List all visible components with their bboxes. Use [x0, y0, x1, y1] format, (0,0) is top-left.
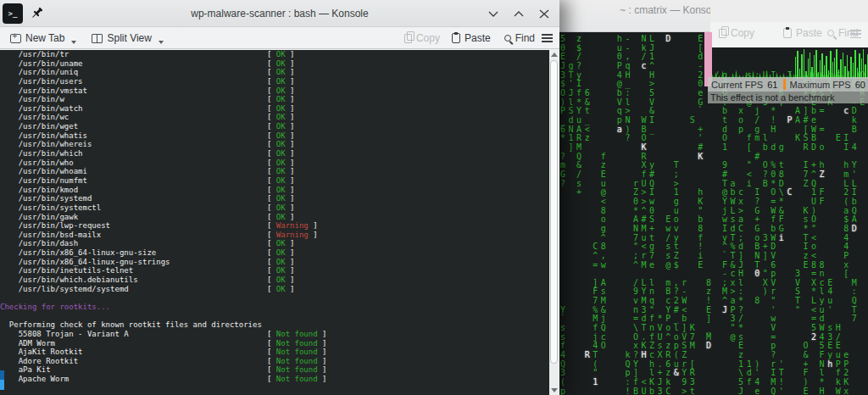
- close-button[interactable]: [537, 8, 551, 24]
- menu-icon: [850, 30, 861, 38]
- minimize-button[interactable]: [487, 8, 500, 24]
- fps-current-label: Current FPS: [711, 80, 763, 90]
- menu-icon[interactable]: [542, 34, 553, 42]
- scroll-down-icon[interactable]: [551, 388, 558, 392]
- chevron-down-icon[interactable]: [71, 41, 76, 44]
- terminal-line: Apache Worm[ Not found ]: [0, 375, 549, 384]
- status-badge: [ Not found ]: [267, 375, 326, 384]
- terminal-line: /usr/bin/lwp-request[ Warning ]: [0, 221, 549, 231]
- status-badge: [ Not found ]: [267, 357, 326, 366]
- terminal-line: aPa Kit[ Not found ]: [0, 365, 549, 375]
- status-badge: [ Warning ]: [267, 221, 318, 231]
- status-badge: [ OK ]: [267, 248, 295, 258]
- fps-current-value: 61: [767, 80, 777, 90]
- terminal-line: /usr/bin/uname[ OK ]: [0, 59, 549, 69]
- status-badge: [ Not found ]: [267, 365, 326, 375]
- terminal-line: /usr/bin/dash[ OK ]: [0, 239, 549, 248]
- status-badge: [ OK ]: [267, 159, 295, 168]
- status-badge: [ OK ]: [267, 140, 295, 149]
- scrollbar-thumb[interactable]: [550, 60, 558, 364]
- status-badge: [ Not found ]: [267, 330, 326, 339]
- status-badge: [ OK ]: [267, 194, 295, 203]
- scanner-terminal[interactable]: /usr/bin/tr[ OK ] /usr/bin/uname[ OK ] /…: [0, 50, 549, 395]
- find-label: Find: [515, 32, 535, 44]
- terminal-line: [0, 312, 549, 321]
- scanner-titlebar[interactable]: >_ wp-malware-scanner : bash — Konsole: [0, 0, 559, 27]
- fps-benchmark-note: This effect is not a benchmark: [708, 92, 868, 103]
- copy-button: Copy: [401, 32, 443, 44]
- fps-max-value: 60: [855, 80, 865, 90]
- maximize-button[interactable]: [512, 8, 526, 24]
- status-badge: [ OK ]: [267, 167, 295, 176]
- split-view-icon: [92, 34, 103, 43]
- terminal-line: /usr/bin/x86_64-linux-gnu-size[ OK ]: [0, 248, 549, 258]
- terminal-line: /usr/bin/whereis[ OK ]: [0, 140, 549, 149]
- search-icon: [827, 30, 834, 36]
- status-badge: [ OK ]: [267, 285, 295, 294]
- terminal-line: /usr/bin/wc[ OK ]: [0, 113, 549, 122]
- chevron-down-icon[interactable]: [159, 41, 164, 44]
- cmatrix-terminal[interactable]: 5zh-NLDE&0$u-kJ['E/0,/1d@Jg?Pqc^-h3Ty4HH…: [558, 32, 868, 395]
- search-icon: [504, 35, 511, 42]
- terminal-line: ADM Worm[ Not found ]: [0, 339, 549, 348]
- status-badge: [ OK ]: [267, 266, 295, 275]
- terminal-line: /usr/bin/x86_64-linux-gnu-strings[ OK ]: [0, 258, 549, 267]
- terminal-line: /usr/bin/whoami[ OK ]: [0, 167, 549, 176]
- status-badge: [ OK ]: [267, 68, 295, 77]
- status-badge: [ Warning ]: [267, 231, 318, 240]
- new-tab-label: New Tab: [25, 32, 64, 44]
- terminal-line: Adore Rootkit[ Not found ]: [0, 357, 549, 366]
- fps-meter: Current FPS 61 Maximum FPS 60: [708, 77, 868, 92]
- find-button[interactable]: Find: [501, 32, 538, 44]
- konsole-app-icon[interactable]: >_: [3, 3, 23, 24]
- terminal-line: Checking for rootkits...: [0, 303, 549, 312]
- status-badge: [ OK ]: [267, 50, 295, 59]
- stale-toolbar-region: Copy Paste Find: [710, 0, 868, 47]
- terminal-line: /usr/bin/who[ OK ]: [0, 159, 549, 168]
- status-badge: [ OK ]: [267, 213, 295, 222]
- split-view-button[interactable]: Split View: [88, 32, 166, 44]
- status-badge: [ OK ]: [267, 122, 295, 131]
- terminal-line: /usr/lib/systemd/systemd[ OK ]: [0, 285, 549, 294]
- scanner-window: >_ wp-malware-scanner : bash — Konsole: [0, 0, 559, 395]
- scroll-up-icon[interactable]: [551, 53, 558, 57]
- status-badge: [ OK ]: [267, 104, 295, 114]
- status-badge: [ OK ]: [267, 77, 295, 86]
- terminal-line: /usr/bin/wget[ OK ]: [0, 122, 549, 131]
- copy-label: Copy: [416, 32, 440, 44]
- status-badge: [ OK ]: [267, 203, 295, 213]
- split-view-label: Split View: [107, 32, 151, 44]
- terminal-line: /usr/bin/whatis[ OK ]: [0, 131, 549, 141]
- status-badge: [ OK ]: [267, 258, 295, 267]
- paste-icon: [783, 28, 792, 38]
- status-badge: [ OK ]: [267, 275, 295, 285]
- terminal-line: /usr/bin/bsd-mailx[ Warning ]: [0, 231, 549, 240]
- scanner-window-title: wp-malware-scanner : bash — Konsole: [110, 8, 449, 19]
- new-tab-icon: [10, 34, 21, 43]
- terminal-line: /usr/bin/which.debianutils[ OK ]: [0, 275, 549, 285]
- paste-button-ghost: Paste: [783, 27, 822, 39]
- terminal-line: 55808 Trojan - Variant A[ Not found ]: [0, 330, 549, 339]
- scrollbar[interactable]: [549, 50, 559, 395]
- terminal-line: /usr/bin/kmod[ OK ]: [0, 186, 549, 195]
- paste-label: Paste: [796, 27, 822, 39]
- terminal-line: /usr/bin/numfmt[ OK ]: [0, 176, 549, 186]
- paste-icon: [452, 33, 460, 43]
- terminal-line: AjaKit Rootkit[ Not found ]: [0, 348, 549, 357]
- status-badge: [ OK ]: [267, 131, 295, 141]
- fps-bar-graph: [795, 47, 868, 79]
- status-badge: [ OK ]: [267, 186, 295, 195]
- cmatrix-window: ~ : cmatrix — Konsole 5zh-NLDE&0$u-kJ['E…: [558, 0, 868, 395]
- pin-icon[interactable]: [30, 6, 44, 20]
- new-tab-button[interactable]: New Tab: [7, 32, 80, 44]
- terminal-line: /usr/bin/systemd[ OK ]: [0, 194, 549, 203]
- status-badge: [ OK ]: [267, 95, 295, 104]
- panel-edge-indicator[interactable]: [0, 370, 4, 390]
- scanner-toolbar: New Tab Split View Copy Paste Find: [0, 28, 559, 49]
- status-badge: [ Not found ]: [267, 348, 326, 357]
- terminal-line: /usr/bin/tr[ OK ]: [0, 50, 549, 59]
- terminal-line: /usr/bin/systemctl[ OK ]: [0, 203, 549, 213]
- paste-button[interactable]: Paste: [448, 32, 494, 44]
- copy-button-ghost: Copy: [719, 27, 754, 39]
- status-badge: [ OK ]: [267, 239, 295, 248]
